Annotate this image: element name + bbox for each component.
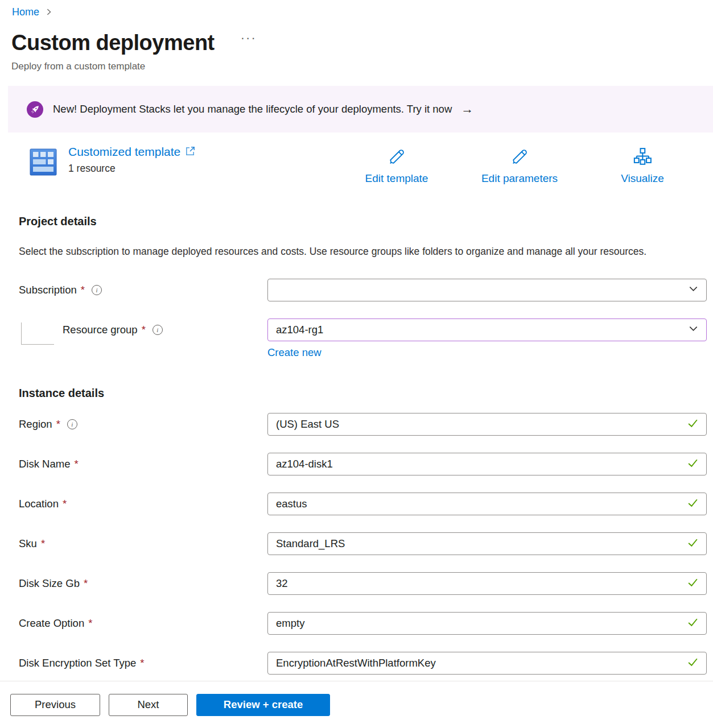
customized-template-link[interactable]: Customized template: [68, 145, 180, 159]
resource-group-row: Resource group * i az104-rg1: [19, 318, 713, 341]
disk-encryption-input[interactable]: [267, 652, 707, 675]
disk-size-input-wrap: [267, 572, 707, 595]
required-asterisk: *: [142, 324, 146, 336]
disk-encryption-input-wrap: [267, 652, 707, 675]
resource-group-dropdown[interactable]: az104-rg1: [267, 318, 707, 341]
org-chart-icon: [633, 147, 652, 169]
required-asterisk: *: [88, 617, 92, 630]
info-icon[interactable]: i: [67, 419, 77, 429]
location-input-wrap: [267, 493, 707, 515]
instance-details-heading: Instance details: [19, 387, 713, 402]
sku-label: Sku: [19, 537, 37, 550]
required-asterisk: *: [84, 577, 88, 590]
create-option-input-wrap: [267, 612, 707, 635]
field-connector-line: [21, 322, 54, 345]
region-input[interactable]: [267, 413, 707, 436]
required-asterisk: *: [63, 498, 67, 510]
required-asterisk: *: [140, 657, 144, 669]
create-option-row: Create Option *: [19, 612, 713, 635]
template-actions: Edit template Edit parameters: [351, 145, 688, 185]
external-link-icon[interactable]: [185, 146, 196, 159]
edit-template-label: Edit template: [365, 172, 428, 185]
disk-name-row: Disk Name *: [19, 453, 713, 475]
disk-size-row: Disk Size Gb *: [19, 572, 713, 595]
breadcrumb-home-link[interactable]: Home: [12, 6, 39, 18]
page-subtitle: Deploy from a custom template: [11, 61, 713, 73]
create-option-input[interactable]: [267, 612, 707, 635]
edit-parameters-button[interactable]: Edit parameters: [474, 145, 565, 185]
sku-row: Sku *: [19, 532, 713, 555]
disk-size-label: Disk Size Gb: [19, 577, 80, 590]
info-icon[interactable]: i: [92, 285, 102, 295]
more-menu-icon[interactable]: ···: [241, 35, 257, 41]
sku-input[interactable]: [267, 532, 707, 555]
deployment-stacks-banner[interactable]: New! Deployment Stacks let you manage th…: [8, 86, 713, 133]
rocket-icon: [27, 101, 43, 118]
disk-name-input[interactable]: [267, 453, 707, 475]
page-title: Custom deployment: [11, 31, 215, 55]
subscription-label: Subscription: [19, 284, 77, 296]
region-label: Region: [19, 418, 52, 431]
wizard-footer: Previous Next Review + create: [0, 681, 713, 728]
location-row: Location *: [19, 493, 713, 515]
arrow-right-icon[interactable]: →: [461, 102, 473, 117]
create-new-link[interactable]: Create new: [267, 346, 322, 358]
template-grid-icon: [30, 148, 57, 176]
edit-template-button[interactable]: Edit template: [351, 145, 442, 185]
edit-parameters-label: Edit parameters: [481, 172, 558, 185]
visualize-label: Visualize: [621, 172, 664, 185]
pencil-icon: [510, 147, 529, 169]
create-option-label: Create Option: [19, 617, 84, 630]
info-icon[interactable]: i: [153, 325, 163, 335]
resource-count: 1 resource: [68, 163, 196, 175]
project-details-description: Select the subscription to manage deploy…: [19, 243, 673, 260]
required-asterisk: *: [74, 458, 78, 470]
visualize-button[interactable]: Visualize: [597, 145, 688, 185]
required-asterisk: *: [81, 284, 85, 296]
banner-message: New! Deployment Stacks let you manage th…: [53, 103, 452, 115]
required-asterisk: *: [41, 537, 45, 550]
location-input[interactable]: [267, 493, 707, 515]
project-details-heading: Project details: [19, 215, 713, 230]
subscription-dropdown[interactable]: [267, 279, 707, 301]
disk-name-label: Disk Name: [19, 458, 70, 470]
sku-input-wrap: [267, 532, 707, 555]
review-create-button[interactable]: Review + create: [196, 694, 330, 716]
chevron-right-icon: [45, 8, 53, 16]
resource-group-value: az104-rg1: [276, 324, 323, 336]
previous-button[interactable]: Previous: [10, 694, 100, 716]
page-header: Custom deployment ···: [11, 30, 713, 56]
disk-name-input-wrap: [267, 453, 707, 475]
required-asterisk: *: [56, 418, 60, 431]
pencil-icon: [387, 147, 406, 169]
resource-group-label: Resource group: [63, 324, 138, 336]
disk-encryption-label: Disk Encryption Set Type: [19, 657, 136, 669]
region-input-wrap: [267, 413, 707, 436]
disk-encryption-row: Disk Encryption Set Type *: [19, 652, 713, 675]
breadcrumb: Home: [0, 0, 713, 19]
next-button[interactable]: Next: [109, 694, 188, 716]
disk-size-input[interactable]: [267, 572, 707, 595]
region-row: Region * i: [19, 413, 713, 436]
template-summary: Customized template 1 resource Edit temp…: [30, 145, 713, 188]
subscription-row: Subscription * i: [19, 279, 713, 301]
location-label: Location: [19, 498, 59, 510]
